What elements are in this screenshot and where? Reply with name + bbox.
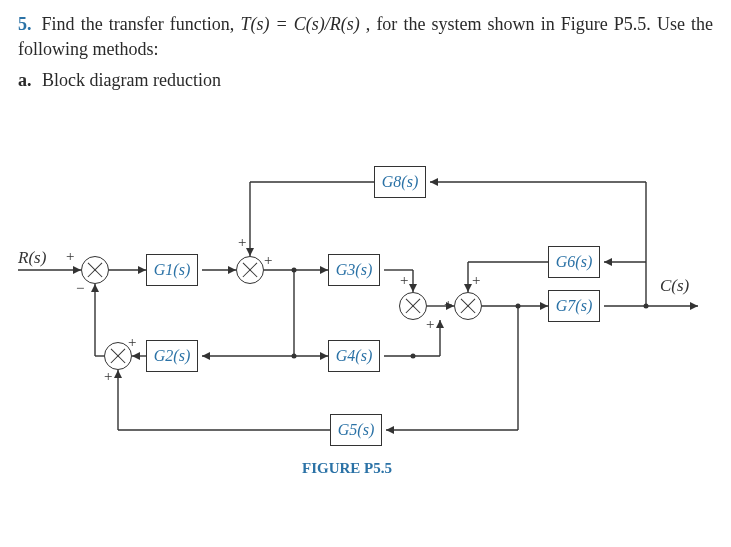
problem-text-1: Find the transfer function, bbox=[42, 14, 241, 34]
sub-label: a. bbox=[18, 70, 32, 90]
block-g6: G6(s) bbox=[548, 246, 600, 278]
sign-s4-left: + bbox=[400, 272, 408, 289]
svg-marker-1 bbox=[73, 266, 81, 274]
sign-s3-bot: + bbox=[104, 368, 112, 385]
sign-s3-top: + bbox=[128, 334, 136, 351]
sign-s4-bot: + bbox=[426, 316, 434, 333]
summer-2 bbox=[236, 256, 264, 284]
svg-marker-7 bbox=[320, 266, 328, 274]
summer-5 bbox=[454, 292, 482, 320]
output-label: C(s) bbox=[660, 276, 689, 296]
summer-1 bbox=[81, 256, 109, 284]
svg-marker-14 bbox=[409, 284, 417, 292]
svg-point-52 bbox=[292, 354, 297, 359]
sign-s5-left: + bbox=[444, 296, 452, 313]
sub-item: a. Block diagram reduction bbox=[18, 70, 713, 91]
summer-4 bbox=[399, 292, 427, 320]
sign-s5-bot: + bbox=[472, 272, 480, 289]
problem-equation: T(s) = C(s)/R(s) bbox=[240, 14, 359, 34]
svg-marker-48 bbox=[91, 284, 99, 292]
svg-marker-51 bbox=[202, 352, 210, 360]
block-g5: G5(s) bbox=[330, 414, 382, 446]
svg-marker-30 bbox=[464, 284, 472, 292]
svg-marker-17 bbox=[436, 320, 444, 328]
block-g2: G2(s) bbox=[146, 340, 198, 372]
svg-marker-23 bbox=[690, 302, 698, 310]
input-label: R(s) bbox=[18, 248, 46, 268]
sub-text: Block diagram reduction bbox=[42, 70, 221, 90]
svg-marker-45 bbox=[132, 352, 140, 360]
svg-marker-27 bbox=[604, 258, 612, 266]
svg-marker-43 bbox=[114, 370, 122, 378]
svg-marker-40 bbox=[386, 426, 394, 434]
svg-point-49 bbox=[411, 354, 416, 359]
block-diagram: R(s) + C(s) − + + + + + + + + G1(s) G2(s… bbox=[18, 160, 713, 530]
block-g7: G7(s) bbox=[548, 290, 600, 322]
svg-marker-5 bbox=[228, 266, 236, 274]
svg-marker-3 bbox=[138, 266, 146, 274]
problem-number: 5. bbox=[18, 14, 32, 34]
sign-s1-bot: − bbox=[76, 280, 84, 297]
sign-s1-top: + bbox=[66, 248, 74, 265]
figure-caption: FIGURE P5.5 bbox=[302, 460, 392, 477]
svg-marker-21 bbox=[540, 302, 548, 310]
block-g1: G1(s) bbox=[146, 254, 198, 286]
block-g8: G8(s) bbox=[374, 166, 426, 198]
sign-s2-top: + bbox=[238, 234, 246, 251]
problem-text: 5. Find the transfer function, T(s) = C(… bbox=[18, 12, 713, 62]
block-g3: G3(s) bbox=[328, 254, 380, 286]
svg-marker-33 bbox=[430, 178, 438, 186]
sign-s2-right: + bbox=[264, 252, 272, 269]
svg-marker-11 bbox=[320, 352, 328, 360]
block-g4: G4(s) bbox=[328, 340, 380, 372]
svg-marker-36 bbox=[246, 248, 254, 256]
